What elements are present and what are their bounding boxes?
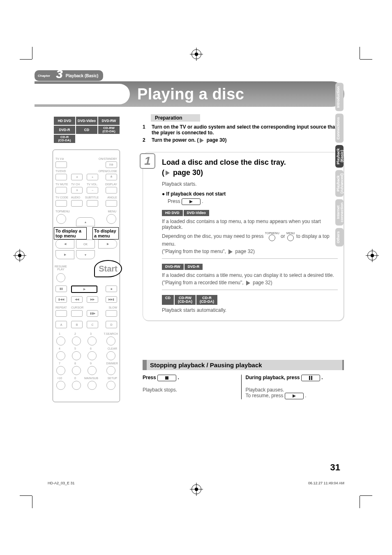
pref-open: ( [162, 168, 164, 177]
lbl-tsearch: T.SEARCH [104, 332, 118, 335]
para-a2: Depending on the disc, you may need to p… [162, 232, 338, 247]
registration-mark [191, 49, 201, 59]
tag-hd-dvd: HD DVD [162, 210, 184, 216]
para-a3: ("Playing from the top menu", page 32) [162, 249, 338, 254]
btn-slow [106, 310, 117, 317]
fmt-dvd-video: DVD-Video [76, 116, 98, 125]
para-b2a: ("Playing from a recorded title menu", [162, 280, 245, 286]
stop-body: Playback stops. [143, 387, 237, 393]
lbl-tvdvd: TV/DVD [55, 170, 66, 173]
para-a3a: ("Playing from the top menu", [162, 249, 227, 254]
pause-body1: Playback pauses. [246, 387, 340, 393]
lbl-clear: CLEAR [108, 347, 117, 350]
lbl-tvmute: TV MUTE [55, 183, 68, 186]
page-ref-icon [166, 170, 170, 175]
btn-d: D [106, 321, 117, 328]
lbl-slow: SLOW [108, 306, 117, 309]
footer-left: HD-A2_03_E 31 [48, 481, 75, 485]
lbl-resumeplay: RESUME PLAY [55, 265, 67, 271]
nostart-body: Press . [162, 198, 338, 205]
side-tabs: Introduction Connections Playback (Basic… [335, 83, 344, 246]
lbl-1: 1 [59, 332, 60, 335]
fmt-cd: CD [76, 125, 98, 134]
step-page-ref: ( page 30) [162, 168, 338, 177]
btn-vol-up: + [87, 174, 98, 180]
tags-a: HD DVD DVD-Video [162, 210, 338, 216]
lbl-subtitle: SUBTITLE [85, 196, 99, 199]
step-number: 1 [140, 153, 155, 169]
page-ref-icon [228, 249, 233, 254]
btn-skip-fwd: ▶▶▮ [106, 296, 117, 303]
tag-dvd-r: DVD-R [184, 264, 203, 270]
topmenu-icon-label: TOPMENU [265, 232, 279, 235]
lbl-mainsub: MAIN/SUB [84, 377, 98, 380]
para-b2b: page 32) [251, 280, 272, 286]
tags-c: CD CD-RW (CD-DA) CD-R (CD-DA) [162, 295, 338, 305]
btn-3 [88, 336, 97, 345]
menu-icon: MENU [286, 232, 295, 241]
btn-pause: ▮▮ [55, 286, 67, 292]
chapter-tab: Chapter 3 Playback (Basic) [35, 70, 103, 81]
btn-subtitle [87, 200, 98, 207]
disc-format-table: HD DVD DVD-Video DVD-RW DVD-R CD CD-RW (… [53, 116, 120, 144]
btn-step: ▮▮▶ [87, 310, 98, 317]
chapter-label: Chapter [38, 74, 50, 78]
pause-head: During playback, press . [246, 375, 340, 381]
tab-playback-basic: Playback (Basic) [335, 145, 344, 168]
lbl-topmenu: TOPMENU [55, 210, 70, 213]
callout-start: Start [94, 260, 122, 277]
btn-tsearch [106, 336, 115, 345]
btn-setup [106, 381, 115, 390]
btn-rew: ◀◀ [71, 296, 83, 303]
prep-item-2: 2 Turn the power on. ( page 30) [143, 137, 344, 143]
btn-tvdvd [55, 174, 67, 180]
btn-tvcode [55, 200, 67, 207]
pause-head-suffix: . [321, 375, 323, 380]
btn-5 [72, 351, 81, 360]
btn-ff: ▶▶ [87, 296, 98, 303]
pause-body2: To resume, press . [246, 393, 340, 399]
crop-mark [360, 53, 372, 65]
btn-onstandby: I/⊘ [106, 161, 117, 168]
btn-9 [88, 366, 97, 375]
btn-plus10 [56, 381, 65, 390]
btn-repeat [55, 310, 67, 317]
btn-vol-down: − [87, 187, 98, 193]
chapter-title: Playback (Basic) [66, 74, 99, 78]
btn-openclose: ≜ [106, 174, 117, 180]
btn-tv-power [55, 161, 67, 168]
btn-menu [106, 214, 116, 224]
btn-dimmer [106, 366, 115, 375]
btn-angle [106, 200, 117, 207]
lbl-7: 7 [59, 362, 60, 365]
btn-a: A [55, 321, 67, 328]
btn-stop: ■ [106, 286, 117, 292]
btn-clear [106, 351, 115, 360]
tags-b: DVD-RW DVD-R [162, 264, 338, 270]
stop-head: Press . [143, 375, 237, 381]
step-line1: Playback starts. [162, 181, 338, 187]
tab-internet: Internet connection [335, 199, 344, 226]
btn-1 [56, 336, 65, 345]
prep-num-2: 2 [143, 137, 148, 143]
para-b1: If a loaded disc contains a title menu, … [162, 272, 338, 278]
tab-playback-advanced: Playback (Advanced) [335, 170, 344, 197]
page-number: 31 [330, 462, 340, 473]
tab-introduction: Introduction [335, 83, 344, 111]
chapter-number: 3 [56, 69, 62, 80]
lbl-tv-power: TV I/⊘ [55, 157, 64, 161]
pref-text: page 30) [171, 168, 203, 177]
btn-nav-right: ▶ [98, 240, 117, 249]
preparation-heading: Preparation [151, 114, 200, 122]
lbl-8: 8 [74, 362, 76, 365]
fmt-cd-rw: CD-RW (CD-DA) [98, 125, 120, 134]
lbl-display: DISPLAY [105, 183, 117, 186]
btn-mainsub [88, 381, 97, 390]
nostart-head-text: If playback does not start [166, 191, 226, 197]
nostart-head: ● If playback does not start [162, 191, 338, 197]
crop-mark [360, 490, 372, 502]
fmt-dvd-r: DVD-R [53, 125, 76, 134]
fmt-dvd-rw: DVD-RW [98, 116, 120, 125]
tag-cd-rw: CD-RW (CD-DA) [175, 295, 196, 305]
btn-nav-up: ▲ [76, 217, 95, 226]
